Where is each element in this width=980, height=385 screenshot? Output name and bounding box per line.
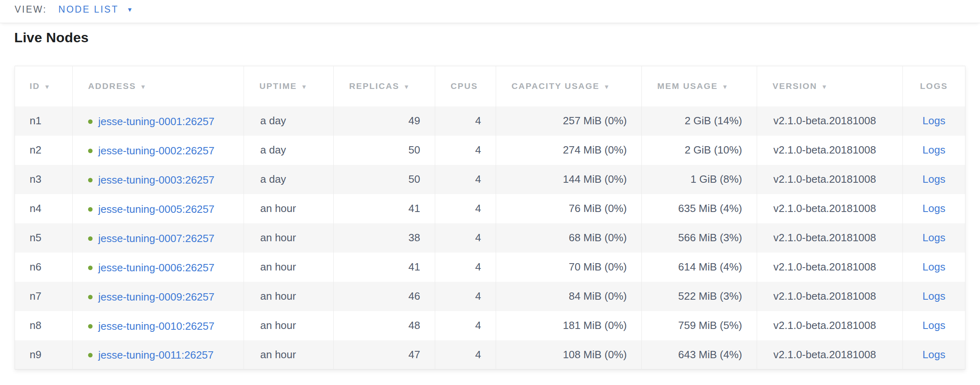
node-address-link[interactable]: jesse-tuning-0001:26257 [88, 115, 214, 128]
page-title: Live Nodes [14, 30, 980, 45]
table-row: n1 jesse-tuning-0001:26257 a day 49 4 25… [15, 106, 965, 136]
cell-mem-usage: 643 MiB (4%) [642, 340, 757, 370]
cell-mem-usage: 2 GiB (14%) [642, 106, 757, 136]
cell-version: v2.1.0-beta.20181008 [757, 106, 903, 136]
logs-link[interactable]: Logs [922, 202, 945, 214]
logs-link[interactable]: Logs [922, 173, 945, 185]
node-address-link[interactable]: jesse-tuning-0011:26257 [88, 349, 214, 361]
cell-address: jesse-tuning-0005:26257 [73, 194, 244, 223]
logs-link[interactable]: Logs [922, 348, 945, 361]
cell-address: jesse-tuning-0001:26257 [73, 106, 244, 136]
cell-uptime: an hour [244, 223, 334, 253]
live-nodes-table: ID▼ ADDRESS▼ UPTIME▼ REPLICAS▼ CPUS CAPA… [15, 66, 965, 370]
column-header-uptime[interactable]: UPTIME▼ [244, 66, 334, 106]
cell-cpus: 4 [435, 136, 496, 165]
cell-capacity-usage: 108 MiB (0%) [496, 340, 642, 370]
node-address-text: jesse-tuning-0010:26257 [98, 320, 214, 333]
cell-logs: Logs [903, 223, 965, 253]
cell-replicas: 48 [334, 311, 435, 340]
view-selector[interactable]: NODE LIST ▼ [58, 4, 133, 15]
table-header-row: ID▼ ADDRESS▼ UPTIME▼ REPLICAS▼ CPUS CAPA… [15, 66, 965, 106]
cell-version: v2.1.0-beta.20181008 [757, 253, 903, 282]
cell-node-id: n6 [15, 253, 73, 282]
node-live-status-dot-icon [88, 295, 93, 299]
node-address-text: jesse-tuning-0003:26257 [98, 174, 214, 186]
node-live-status-dot-icon [88, 149, 93, 153]
cell-logs: Logs [903, 194, 965, 223]
cell-version: v2.1.0-beta.20181008 [757, 136, 903, 165]
cell-version: v2.1.0-beta.20181008 [757, 165, 903, 194]
logs-link[interactable]: Logs [922, 290, 945, 302]
cell-node-id: n2 [15, 136, 73, 165]
logs-link[interactable]: Logs [922, 261, 945, 273]
column-header-label: CAPACITY USAGE [512, 81, 600, 91]
node-address-link[interactable]: jesse-tuning-0006:26257 [88, 262, 214, 274]
cell-node-id: n4 [15, 194, 73, 223]
column-header-version[interactable]: VERSION▼ [757, 66, 903, 106]
node-live-status-dot-icon [88, 266, 93, 270]
cell-replicas: 41 [334, 194, 435, 223]
table-row: n6 jesse-tuning-0006:26257 an hour 41 4 … [15, 253, 965, 282]
sort-desc-icon: ▼ [604, 83, 610, 90]
cell-uptime: an hour [244, 253, 334, 282]
cell-node-id: n5 [15, 223, 73, 253]
cell-version: v2.1.0-beta.20181008 [757, 223, 903, 253]
cell-replicas: 47 [334, 340, 435, 370]
column-header-capacity-usage[interactable]: CAPACITY USAGE▼ [496, 66, 642, 106]
node-address-text: jesse-tuning-0007:26257 [98, 232, 214, 245]
cell-capacity-usage: 181 MiB (0%) [496, 311, 642, 340]
logs-link[interactable]: Logs [922, 144, 945, 156]
cell-replicas: 50 [334, 165, 435, 194]
cell-address: jesse-tuning-0011:26257 [73, 340, 244, 370]
cell-capacity-usage: 257 MiB (0%) [496, 106, 642, 136]
column-header-replicas[interactable]: REPLICAS▼ [334, 66, 435, 106]
table-row: n7 jesse-tuning-0009:26257 an hour 46 4 … [15, 282, 965, 311]
column-header-logs: LOGS [903, 66, 965, 106]
column-header-id[interactable]: ID▼ [15, 66, 73, 106]
node-address-text: jesse-tuning-0001:26257 [98, 115, 214, 128]
node-address-link[interactable]: jesse-tuning-0009:26257 [88, 291, 214, 303]
column-header-label: LOGS [920, 81, 948, 91]
cell-address: jesse-tuning-0002:26257 [73, 136, 244, 165]
table-row: n4 jesse-tuning-0005:26257 an hour 41 4 … [15, 194, 965, 223]
logs-link[interactable]: Logs [922, 319, 945, 331]
column-header-mem-usage[interactable]: MEM USAGE▼ [642, 66, 757, 106]
cell-address: jesse-tuning-0010:26257 [73, 311, 244, 340]
cell-node-id: n7 [15, 282, 73, 311]
cell-version: v2.1.0-beta.20181008 [757, 311, 903, 340]
cell-replicas: 46 [334, 282, 435, 311]
cell-logs: Logs [903, 106, 965, 136]
node-address-link[interactable]: jesse-tuning-0007:26257 [88, 232, 214, 245]
table-row: n2 jesse-tuning-0002:26257 a day 50 4 27… [15, 136, 965, 165]
cell-uptime: an hour [244, 282, 334, 311]
cell-mem-usage: 566 MiB (3%) [642, 223, 757, 253]
cell-cpus: 4 [435, 194, 496, 223]
cell-capacity-usage: 144 MiB (0%) [496, 165, 642, 194]
node-live-status-dot-icon [88, 236, 93, 241]
cell-cpus: 4 [435, 311, 496, 340]
node-address-link[interactable]: jesse-tuning-0003:26257 [88, 174, 214, 186]
cell-cpus: 4 [435, 340, 496, 370]
node-address-link[interactable]: jesse-tuning-0002:26257 [88, 145, 214, 157]
column-header-label: VERSION [773, 81, 817, 91]
cell-node-id: n9 [15, 340, 73, 370]
column-header-label: MEM USAGE [657, 81, 718, 91]
cell-logs: Logs [903, 282, 965, 311]
cell-version: v2.1.0-beta.20181008 [757, 194, 903, 223]
cell-logs: Logs [903, 253, 965, 282]
logs-link[interactable]: Logs [922, 115, 945, 127]
node-live-status-dot-icon [88, 353, 93, 357]
cell-logs: Logs [903, 136, 965, 165]
column-header-address[interactable]: ADDRESS▼ [73, 66, 244, 106]
cell-address: jesse-tuning-0009:26257 [73, 282, 244, 311]
logs-link[interactable]: Logs [922, 231, 945, 244]
cell-replicas: 38 [334, 223, 435, 253]
cell-cpus: 4 [435, 282, 496, 311]
cell-replicas: 41 [334, 253, 435, 282]
column-header-label: ID [30, 81, 40, 91]
node-address-link[interactable]: jesse-tuning-0010:26257 [88, 320, 214, 333]
column-header-cpus: CPUS [435, 66, 496, 106]
cell-mem-usage: 2 GiB (10%) [642, 136, 757, 165]
node-address-link[interactable]: jesse-tuning-0005:26257 [88, 203, 214, 216]
cell-uptime: a day [244, 165, 334, 194]
